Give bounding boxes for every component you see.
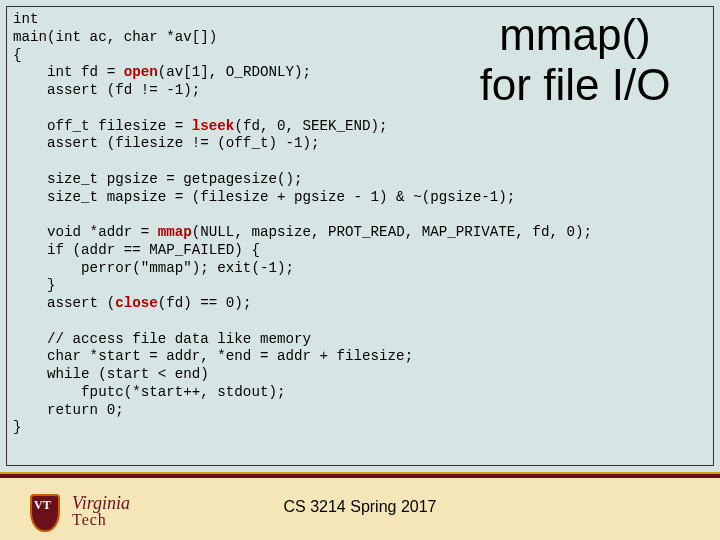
slide-title: mmap() for file I/O [450, 10, 700, 110]
title-line-2: for file I/O [450, 60, 700, 110]
keyword-close: close [115, 295, 158, 311]
keyword-open: open [124, 64, 158, 80]
keyword-mmap: mmap [158, 224, 192, 240]
footer-accent [0, 474, 720, 478]
footer: VT Virginia Tech CS 3214 Spring 2017 [0, 468, 720, 540]
footer-course: CS 3214 Spring 2017 [0, 498, 720, 516]
keyword-lseek: lseek [192, 118, 235, 134]
title-line-1: mmap() [450, 10, 700, 60]
